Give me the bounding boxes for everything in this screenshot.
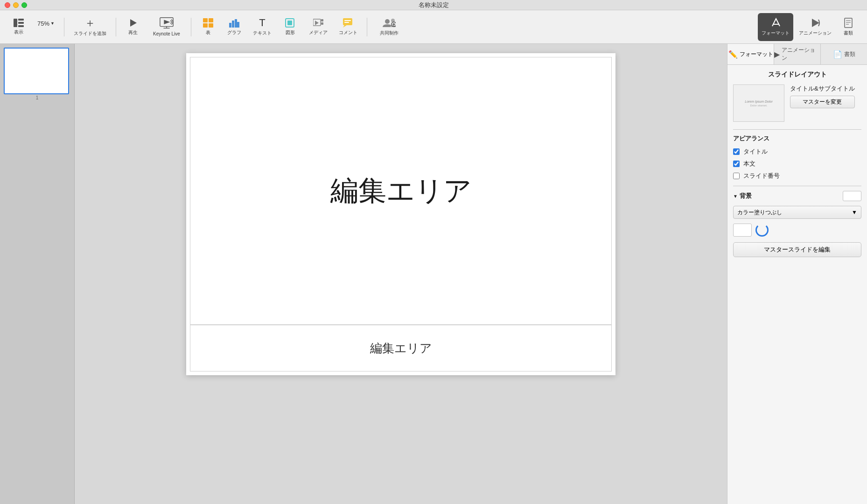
svg-rect-25 — [344, 22, 349, 23]
slide-title-text: 編集エリア — [330, 172, 472, 210]
slide-title-area[interactable]: 編集エリア — [190, 57, 612, 325]
format-icon — [770, 18, 781, 28]
body-checkbox[interactable] — [733, 161, 740, 167]
slide-thumb[interactable] — [4, 48, 69, 94]
title-checkbox[interactable] — [733, 148, 740, 155]
tab-format[interactable]: ✏️ フォーマット — [727, 44, 774, 64]
divider-3 — [191, 18, 191, 36]
svg-rect-9 — [203, 18, 208, 22]
slide-number-checkbox[interactable] — [733, 173, 740, 179]
edit-master-label: マスタースライドを編集 — [764, 245, 831, 254]
svg-marker-23 — [343, 25, 347, 28]
divider-4 — [367, 18, 367, 36]
media-icon — [313, 18, 323, 28]
add-slide-icon: ＋ — [84, 17, 96, 28]
play-label: 再生 — [128, 29, 138, 36]
minimize-button[interactable] — [13, 2, 19, 8]
background-section: ▼ 背景 カラー塗りつぶし ▼ — [733, 191, 861, 237]
animation-panel-button[interactable]: アニメーション — [795, 13, 835, 41]
body-checkbox-row: 本文 — [733, 160, 861, 168]
toolbar-right: フォーマット アニメーション 書類 — [758, 13, 860, 41]
body-checkbox-label: 本文 — [743, 160, 755, 168]
media-button[interactable]: メディア — [305, 13, 331, 41]
slide-panel: 1 — [0, 44, 75, 504]
svg-rect-33 — [845, 18, 852, 28]
slide-thumbnail-1[interactable]: 1 — [4, 48, 70, 100]
add-slide-button[interactable]: ＋ スライドを追加 — [70, 13, 110, 41]
chart-button[interactable]: グラフ — [223, 13, 245, 41]
zoom-icon: 75% ▼ — [37, 21, 55, 27]
edit-master-button[interactable]: マスタースライドを編集 — [733, 242, 861, 257]
svg-marker-4 — [130, 19, 137, 27]
slide-canvas[interactable]: 編集エリア 編集エリア — [186, 53, 615, 375]
slide-subtitle-area[interactable]: 編集エリア — [190, 325, 612, 371]
svg-rect-20 — [321, 19, 323, 21]
shape-button[interactable]: 図形 — [279, 13, 301, 41]
bg-color-spinner[interactable] — [755, 224, 769, 237]
tab-document[interactable]: 📄 書類 — [821, 44, 867, 64]
section-title: スライドレイアウト — [733, 70, 861, 79]
bg-fill-dropdown[interactable]: カラー塗りつぶし ▼ — [733, 206, 861, 219]
window-title: 名称未設定 — [419, 1, 449, 9]
slide-subtitle-text: 編集エリア — [370, 340, 432, 357]
bg-header: ▼ 背景 — [733, 191, 861, 201]
close-button[interactable] — [5, 2, 10, 8]
layout-thumb-line2: Dolor sitamet. — [750, 104, 767, 107]
main-area: 1 編集エリア 編集エリア ✏️ フォーマット ▶ アニメーション — [0, 44, 867, 504]
table-label: 表 — [206, 29, 210, 36]
document-tab-label: 書類 — [844, 50, 855, 58]
chart-icon — [229, 18, 239, 28]
collab-button[interactable]: 共同制作 — [373, 13, 406, 41]
document-panel-button[interactable]: 書類 — [837, 13, 860, 41]
document-label: 書類 — [844, 30, 853, 36]
tab-animation[interactable]: ▶ アニメーション — [774, 44, 821, 64]
svg-rect-10 — [209, 18, 213, 22]
maximize-button[interactable] — [21, 2, 27, 8]
text-label: テキスト — [253, 30, 272, 36]
slide-number: 1 — [4, 95, 70, 100]
document-tab-icon: 📄 — [833, 50, 842, 59]
svg-rect-16 — [237, 22, 239, 28]
document-icon — [844, 18, 853, 28]
divider-2 — [116, 18, 116, 36]
shape-label: 図形 — [286, 29, 295, 36]
layout-thumbnail: Lorem Ipsum Dolor Dolor sitamet. — [733, 84, 784, 122]
svg-rect-11 — [203, 23, 208, 28]
panel-tabs: ✏️ フォーマット ▶ アニメーション 📄 書類 — [727, 44, 867, 65]
view-button[interactable]: 表示 — [7, 13, 30, 41]
bg-color-row — [733, 224, 861, 237]
zoom-button[interactable]: 75% ▼ x — [34, 13, 58, 41]
comment-button[interactable]: コメント — [335, 13, 361, 41]
bg-color-swatch[interactable] — [843, 191, 861, 201]
bg-title-text: 背景 — [740, 192, 752, 200]
play-icon — [128, 18, 138, 28]
table-icon — [203, 18, 213, 28]
appearance-title: アピアランス — [733, 134, 861, 143]
svg-rect-13 — [229, 23, 231, 28]
change-master-button[interactable]: マスターを変更 — [790, 96, 855, 108]
keynote-live-label: Keynote Live — [153, 31, 180, 36]
divider-line-1 — [733, 129, 861, 130]
bg-triangle-icon: ▼ — [733, 194, 738, 199]
slide-number-checkbox-row: スライド番号 — [733, 172, 861, 180]
animation-tab-icon: ▶ — [774, 50, 780, 59]
media-label: メディア — [309, 29, 328, 36]
svg-rect-3 — [18, 25, 24, 27]
format-panel-button[interactable]: フォーマット — [758, 13, 793, 41]
panel-content: スライドレイアウト Lorem Ipsum Dolor Dolor sitame… — [727, 65, 867, 504]
titlebar: 名称未設定 — [0, 0, 867, 10]
text-icon: T — [259, 18, 265, 28]
slide-thumb-inner — [6, 50, 67, 92]
table-button[interactable]: 表 — [197, 13, 219, 41]
svg-rect-12 — [209, 23, 213, 28]
svg-rect-15 — [235, 19, 237, 28]
window-controls[interactable] — [5, 2, 27, 8]
text-button[interactable]: T テキスト — [249, 13, 275, 41]
format-label: フォーマット — [762, 30, 790, 36]
bg-color-button[interactable] — [733, 224, 752, 237]
play-button[interactable]: 再生 — [122, 13, 144, 41]
animation-icon — [810, 18, 820, 28]
keynote-live-button[interactable]: Keynote Live — [148, 13, 185, 41]
bg-fill-label: カラー塗りつぶし — [737, 209, 782, 217]
chart-label: グラフ — [227, 29, 241, 36]
